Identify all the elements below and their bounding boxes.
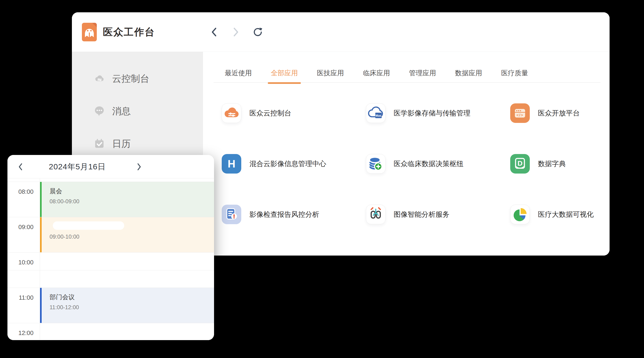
window-header: 医众工作台 <box>72 12 610 52</box>
chevron-left-icon <box>18 163 24 171</box>
calendar-day-view: 08:00 晨会 08:00-09:00 09:00 09:00-10:00 1… <box>8 179 214 340</box>
cloud-sliders-icon <box>94 73 105 84</box>
app-label: 影像检查报告风控分析 <box>250 210 319 219</box>
app-label: 混合云影像信息管理中心 <box>250 159 326 169</box>
database-plus-icon <box>366 154 386 174</box>
calendar-row-1000: 10:00 <box>8 252 214 288</box>
time-label: 08:00 <box>8 188 34 195</box>
app-data-dictionary[interactable]: D 数据字典 <box>510 154 600 174</box>
event-time: 11:00-12:00 <box>50 304 214 311</box>
app-image-storage-transfer[interactable]: Mas 医学影像存储与传输管理 <box>366 103 510 123</box>
pie-chart-icon <box>510 205 530 224</box>
calendar-panel: 2024年5月16日 08:00 晨会 08:00-09:00 09:00 <box>8 155 214 340</box>
event-time: 09:00-10:00 <box>50 233 214 240</box>
chat-bubble-icon <box>94 106 105 116</box>
tab-quality[interactable]: 医疗质量 <box>501 70 528 76</box>
event-title: 晨会 <box>50 187 214 195</box>
cloud-mas-icon: Mas <box>366 103 386 123</box>
refresh-button[interactable] <box>252 25 264 39</box>
app-label: 医众云控制台 <box>250 109 291 118</box>
lungs-icon <box>366 205 386 224</box>
time-label: 12:00 <box>8 330 34 337</box>
svg-text:D: D <box>518 159 522 167</box>
app-label: 医学影像存储与传输管理 <box>394 109 470 118</box>
app-label: 数据字典 <box>538 159 566 169</box>
calendar-date: 2024年5月16日 <box>35 155 119 179</box>
app-report-risk-analysis[interactable]: 影像检查报告风控分析 <box>222 205 366 224</box>
calendar-row-1100: 11:00 部门会议 11:00-12:00 <box>8 288 214 323</box>
event-time: 08:00-09:00 <box>50 198 214 205</box>
sidebar-item-messages[interactable]: 消息 <box>72 95 203 127</box>
apps-content: 最近使用 全部应用 医技应用 临床应用 管理应用 数据应用 医疗质量 <box>203 52 610 256</box>
svg-text:Mas: Mas <box>376 114 381 117</box>
chevron-right-icon <box>136 163 142 171</box>
tab-data-apps[interactable]: 数据应用 <box>455 70 482 76</box>
calendar-next-button[interactable] <box>132 155 146 179</box>
tab-all-apps[interactable]: 全部应用 <box>271 70 298 76</box>
app-label: 图像智能分析服务 <box>394 210 450 219</box>
orange-cloud-sliders-icon <box>222 103 241 123</box>
letter-h-icon: H <box>222 154 241 174</box>
sidebar-item-label: 云控制台 <box>112 72 149 85</box>
tab-admin-apps[interactable]: 管理应用 <box>409 70 436 76</box>
calendar-header: 2024年5月16日 <box>8 155 214 179</box>
app-clinical-data-hub[interactable]: 医众临床数据决策枢纽 <box>366 154 510 174</box>
app-open-platform[interactable]: </> 医众开放平台 <box>510 103 600 123</box>
nav-controls <box>208 12 264 52</box>
half-hour-line <box>8 270 214 270</box>
calendar-row-0900: 09:00 09:00-10:00 <box>8 217 214 252</box>
refresh-icon <box>252 27 263 37</box>
app-bigdata-visualization[interactable]: 医疗大数据可视化 <box>510 205 600 224</box>
app-label: 医众开放平台 <box>538 109 580 118</box>
chevron-right-icon <box>232 27 240 37</box>
window-title: 医众工作台 <box>103 25 155 38</box>
code-window-icon: </> <box>510 103 530 123</box>
app-grid: 医众云控制台 Mas 医学影像存储与传输管理 <box>222 103 600 224</box>
calendar-event-morning-meeting[interactable]: 晨会 08:00-09:00 <box>40 182 214 217</box>
app-image-ai-service[interactable]: 图像智能分析服务 <box>366 205 510 224</box>
sidebar-item-label: 日历 <box>112 137 131 150</box>
app-logo-icon <box>82 23 97 41</box>
sidebar-item-label: 消息 <box>112 105 131 118</box>
sidebar-item-cloud-console[interactable]: 云控制台 <box>72 62 203 95</box>
app-label: 医疗大数据可视化 <box>538 210 594 219</box>
tab-medtech-apps[interactable]: 医技应用 <box>317 70 344 76</box>
desktop-background: 医众工作台 <box>0 0 644 358</box>
calendar-check-icon <box>94 138 105 149</box>
tab-recent[interactable]: 最近使用 <box>225 70 252 76</box>
back-button[interactable] <box>208 25 220 39</box>
chevron-left-icon <box>210 27 218 37</box>
svg-text:</>: </> <box>516 113 524 117</box>
time-label: 10:00 <box>8 259 34 266</box>
calendar-prev-button[interactable] <box>14 155 27 179</box>
redacted-event-title <box>53 221 124 230</box>
time-label: 11:00 <box>8 294 34 301</box>
app-hybrid-cloud-imaging-center[interactable]: H 混合云影像信息管理中心 <box>222 154 366 174</box>
dictionary-book-icon: D <box>510 154 530 174</box>
app-cloud-console[interactable]: 医众云控制台 <box>222 103 366 123</box>
calendar-event-department-meeting[interactable]: 部门会议 11:00-12:00 <box>40 288 214 323</box>
app-category-tabs: 最近使用 全部应用 医技应用 临床应用 管理应用 数据应用 医疗质量 <box>214 52 600 83</box>
forward-button[interactable] <box>230 25 242 39</box>
svg-text:H: H <box>228 158 235 170</box>
calendar-row-0800: 08:00 晨会 08:00-09:00 <box>8 182 214 217</box>
time-label: 09:00 <box>8 223 34 231</box>
calendar-row-1200: 12:00 <box>8 323 214 340</box>
event-title: 部门会议 <box>50 293 214 301</box>
report-alert-icon <box>222 205 241 224</box>
calendar-event-redacted[interactable]: 09:00-10:00 <box>40 217 214 252</box>
tab-clinical-apps[interactable]: 临床应用 <box>363 70 390 76</box>
app-label: 医众临床数据决策枢纽 <box>394 159 464 169</box>
